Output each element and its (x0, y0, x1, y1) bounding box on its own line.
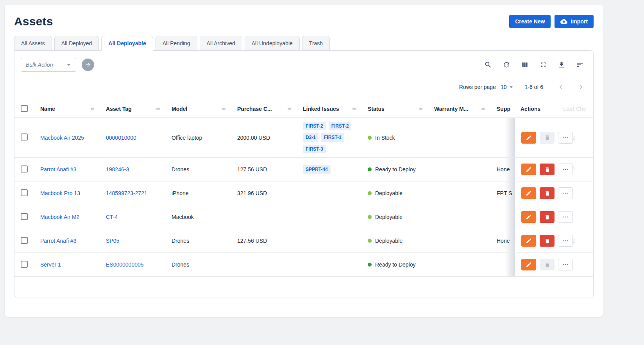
delete-button[interactable] (540, 259, 555, 270)
tab-bar: All Assets All Deployed All Deployable A… (14, 36, 594, 50)
tab-all-deployable[interactable]: All Deployable (101, 36, 153, 51)
linked-issue-badge[interactable]: FIRST-2 (303, 122, 326, 130)
column-label: Actions (521, 106, 540, 112)
delete-button[interactable] (540, 211, 555, 223)
linked-issue-badge[interactable]: SPPRT-44 (303, 165, 331, 174)
asset-name-link[interactable]: Server 1 (40, 261, 61, 268)
more-actions-button[interactable] (558, 259, 573, 270)
bulk-action-select[interactable]: Bulk Action (21, 58, 76, 72)
status-label: Deployable (375, 238, 402, 244)
edit-button[interactable] (521, 187, 536, 199)
model-cell: Drones (172, 261, 189, 268)
import-button[interactable]: Import (555, 15, 594, 28)
bulk-action-submit-button[interactable] (82, 59, 94, 71)
row-checkbox[interactable] (21, 237, 28, 244)
more-actions-button[interactable] (558, 132, 573, 144)
fullscreen-icon[interactable] (539, 61, 547, 69)
row-checkbox[interactable] (21, 189, 28, 196)
status-label: Deployable (375, 190, 402, 196)
asset-name-link[interactable]: Parrot Anafi #3 (40, 166, 77, 172)
edit-button[interactable] (521, 235, 536, 247)
rows-per-page-label: Rows per page (459, 84, 496, 90)
linked-issue-badge[interactable]: D2-1 (303, 133, 318, 142)
edit-button[interactable] (521, 132, 536, 144)
search-icon[interactable] (484, 61, 492, 69)
model-cell: Office laptop (172, 135, 202, 141)
column-header-warranty: Warranty M... (429, 100, 491, 118)
tab-all-assets[interactable]: All Assets (14, 36, 52, 51)
model-cell: iPhone (172, 190, 189, 196)
column-drag-handle-icon[interactable] (90, 107, 95, 112)
delete-button[interactable] (540, 187, 555, 199)
create-new-button[interactable]: Create New (509, 15, 551, 28)
asset-name-link[interactable]: Macbook Air M2 (40, 214, 79, 220)
refresh-icon[interactable] (503, 61, 510, 69)
purchase-cost-cell: 127.56 USD (237, 166, 267, 172)
linked-issues-cell: SPPRT-44 (303, 165, 357, 174)
asset-name-link[interactable]: Macbook Pro 13 (40, 190, 80, 196)
edit-pencil-icon (526, 214, 532, 220)
status-dot (368, 239, 372, 243)
asset-tag-link[interactable]: 198246-3 (106, 166, 129, 172)
status-label: Deployable (375, 214, 402, 220)
row-checkbox[interactable] (21, 133, 28, 140)
columns-icon[interactable] (521, 61, 529, 69)
row-checkbox[interactable] (21, 213, 28, 220)
select-all-checkbox[interactable] (21, 105, 28, 112)
asset-tag-link[interactable]: SP05 (106, 238, 119, 244)
asset-tag-link[interactable]: 148599723-2721 (106, 190, 147, 196)
row-checkbox[interactable] (21, 165, 28, 172)
download-icon[interactable] (558, 61, 565, 69)
tab-all-archived[interactable]: All Archived (200, 36, 242, 51)
column-drag-handle-icon[interactable] (418, 107, 423, 112)
asset-name-link[interactable]: Parrot Anafi #3 (40, 238, 77, 244)
asset-name-link[interactable]: Macbook Air 2025 (40, 135, 84, 141)
next-page-button[interactable] (577, 83, 585, 91)
more-dots-icon (562, 237, 569, 244)
row-actions (521, 259, 588, 270)
asset-tag-link[interactable]: 0000010000 (106, 135, 136, 141)
purchase-cost-cell: 127.56 USD (237, 238, 267, 244)
column-drag-handle-icon[interactable] (287, 107, 292, 112)
delete-button[interactable] (540, 164, 555, 175)
filter-icon[interactable] (576, 61, 584, 69)
tab-all-pending[interactable]: All Pending (156, 36, 197, 51)
delete-button[interactable] (540, 235, 555, 247)
column-header-name: Name (35, 100, 100, 118)
trash-icon (544, 238, 550, 244)
row-actions (521, 211, 588, 223)
status-dot (368, 136, 372, 140)
linked-issue-badge[interactable]: FIRST-1 (321, 133, 344, 142)
caret-down-icon (508, 84, 515, 91)
edit-button[interactable] (521, 259, 536, 270)
column-drag-handle-icon[interactable] (156, 107, 161, 112)
more-actions-button[interactable] (558, 187, 573, 199)
more-dots-icon (562, 190, 569, 197)
delete-button[interactable] (540, 132, 555, 144)
more-actions-button[interactable] (558, 235, 573, 247)
more-actions-button[interactable] (558, 211, 573, 223)
more-actions-button[interactable] (558, 164, 573, 175)
linked-issue-badge[interactable]: FIRST-3 (303, 145, 326, 153)
row-actions (521, 132, 588, 144)
purchase-cost-cell: 321.96 USD (237, 190, 267, 196)
tab-all-deployed[interactable]: All Deployed (54, 36, 99, 51)
row-checkbox[interactable] (21, 261, 28, 268)
tab-trash[interactable]: Trash (302, 36, 330, 51)
edit-button[interactable] (521, 211, 536, 223)
more-dots-icon (562, 261, 569, 268)
column-drag-handle-icon[interactable] (481, 107, 486, 112)
edit-pencil-icon (526, 261, 532, 268)
column-drag-handle-icon[interactable] (221, 107, 226, 112)
column-drag-handle-icon[interactable] (352, 107, 357, 112)
asset-tag-link[interactable]: CT-4 (106, 214, 118, 220)
column-label: Asset Tag (106, 106, 132, 112)
edit-button[interactable] (521, 164, 536, 175)
tab-all-undeployable[interactable]: All Undeployable (245, 36, 300, 51)
prev-page-button[interactable] (556, 83, 565, 91)
linked-issue-badge[interactable]: FIRST-2 (329, 122, 352, 130)
table-scroll-area: Name Asset Tag Model Purchase C... (14, 100, 593, 277)
rows-per-page-select[interactable]: 10 (501, 84, 515, 91)
column-header-model: Model (166, 100, 232, 118)
asset-tag-link[interactable]: ES0000000005 (106, 261, 144, 268)
